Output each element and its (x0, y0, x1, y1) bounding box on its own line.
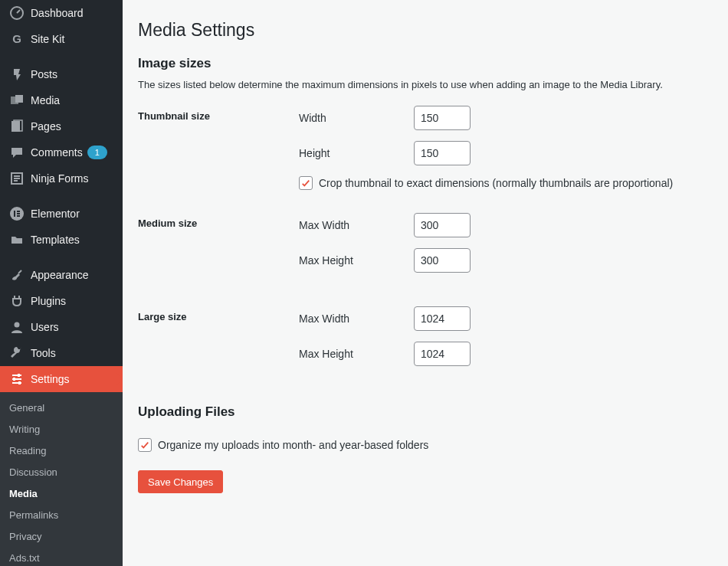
page-title: Media Settings (138, 20, 711, 41)
comments-badge: 1 (87, 146, 107, 159)
sidebar-item-pages[interactable]: Pages (0, 113, 123, 139)
sidebar-item-label: Site Kit (31, 33, 64, 45)
row-medium-size: Medium size Max Width Max Height (138, 213, 711, 283)
pages-icon (9, 119, 25, 134)
sitekit-icon (9, 31, 25, 47)
thumbnail-crop-checkbox[interactable] (299, 176, 313, 190)
brush-icon (9, 267, 25, 283)
large-max-width-label: Max Width (299, 312, 414, 325)
sidebar-item-label: Templates (31, 234, 80, 246)
sidebar-item-site-kit[interactable]: Site Kit (0, 26, 123, 52)
medium-max-width-label: Max Width (299, 219, 414, 231)
sidebar-item-comments[interactable]: Comments1 (0, 139, 123, 165)
form-icon (9, 171, 25, 186)
row-thumbnail-size: Thumbnail size Width Height Crop (138, 106, 711, 190)
sidebar-item-label: Elementor (31, 208, 80, 220)
sidebar-item-label: Media (31, 94, 60, 106)
sidebar-item-label: Pages (31, 120, 61, 133)
media-icon (9, 93, 25, 108)
check-icon (301, 178, 310, 188)
pin-icon (9, 67, 25, 82)
sidebar-item-elementor[interactable]: Elementor (0, 201, 123, 227)
sidebar-item-label: Users (31, 321, 59, 333)
dashboard-icon (9, 5, 25, 21)
large-max-height-label: Max Height (299, 348, 414, 360)
menu-separator (0, 52, 123, 61)
sidebar-item-tools[interactable]: Tools (0, 340, 123, 366)
large-heading: Large size (138, 306, 299, 322)
sidebar-item-ninja-forms[interactable]: Ninja Forms (0, 165, 123, 191)
settings-sub-media[interactable]: Media (0, 483, 123, 504)
sidebar-item-media[interactable]: Media (0, 87, 123, 113)
wrench-icon (9, 345, 25, 361)
settings-sub-privacy[interactable]: Privacy (0, 525, 123, 547)
thumbnail-width-input[interactable] (414, 106, 471, 130)
save-changes-button[interactable]: Save Changes (138, 470, 223, 493)
plug-icon (9, 293, 25, 309)
sidebar-item-appearance[interactable]: Appearance (0, 262, 123, 288)
settings-sub-permalinks[interactable]: Permalinks (0, 504, 123, 525)
settings-sub-general[interactable]: General (0, 397, 123, 418)
sliders-icon (9, 371, 25, 387)
settings-sub-adstxt[interactable]: Ads.txt (0, 547, 123, 566)
large-max-height-input[interactable] (414, 342, 471, 366)
settings-sub-reading[interactable]: Reading (0, 440, 123, 461)
thumbnail-height-label: Height (299, 147, 414, 159)
sidebar-item-plugins[interactable]: Plugins (0, 288, 123, 314)
organize-uploads-label: Organize my uploads into month- and year… (158, 439, 428, 451)
medium-max-height-input[interactable] (414, 248, 471, 273)
organize-uploads-checkbox[interactable] (138, 438, 152, 452)
sidebar-item-templates[interactable]: Templates (0, 227, 123, 253)
row-large-size: Large size Max Width Max Height (138, 306, 711, 377)
section-image-sizes: Image sizes (138, 56, 711, 71)
settings-sub-discussion[interactable]: Discussion (0, 461, 123, 483)
menu-separator (0, 191, 123, 201)
user-icon (9, 319, 25, 335)
sidebar-item-settings[interactable]: Settings (0, 366, 123, 392)
menu-separator (0, 253, 123, 262)
sidebar-item-label: Ninja Forms (31, 172, 88, 185)
sidebar-item-label: Appearance (31, 269, 89, 281)
admin-sidebar: DashboardSite KitPostsMediaPagesComments… (0, 0, 123, 566)
section-uploading-files: Uploading Files (138, 404, 711, 420)
thumbnail-crop-label: Crop thumbnail to exact dimensions (norm… (319, 177, 673, 189)
elementor-icon (9, 206, 25, 221)
check-icon (140, 440, 149, 450)
sidebar-item-label: Tools (31, 347, 56, 359)
thumbnail-heading: Thumbnail size (138, 106, 299, 122)
settings-sub-writing[interactable]: Writing (0, 418, 123, 440)
medium-max-height-label: Max Height (299, 254, 414, 267)
comment-icon (9, 145, 25, 160)
large-max-width-input[interactable] (414, 306, 471, 331)
medium-heading: Medium size (138, 213, 299, 229)
folder-icon (9, 232, 25, 247)
sidebar-item-label: Comments (31, 146, 83, 159)
sidebar-item-users[interactable]: Users (0, 314, 123, 340)
sidebar-item-posts[interactable]: Posts (0, 61, 123, 87)
sidebar-item-dashboard[interactable]: Dashboard (0, 0, 123, 26)
sidebar-item-label: Settings (31, 373, 70, 385)
sidebar-item-label: Plugins (31, 295, 66, 307)
image-sizes-description: The sizes listed below determine the max… (138, 79, 711, 90)
sidebar-item-label: Dashboard (31, 7, 84, 19)
thumbnail-width-label: Width (299, 112, 414, 124)
thumbnail-height-input[interactable] (414, 141, 471, 165)
medium-max-width-input[interactable] (414, 213, 471, 237)
sidebar-item-label: Posts (31, 68, 57, 80)
content-area: Media Settings Image sizes The sizes lis… (123, 0, 728, 566)
